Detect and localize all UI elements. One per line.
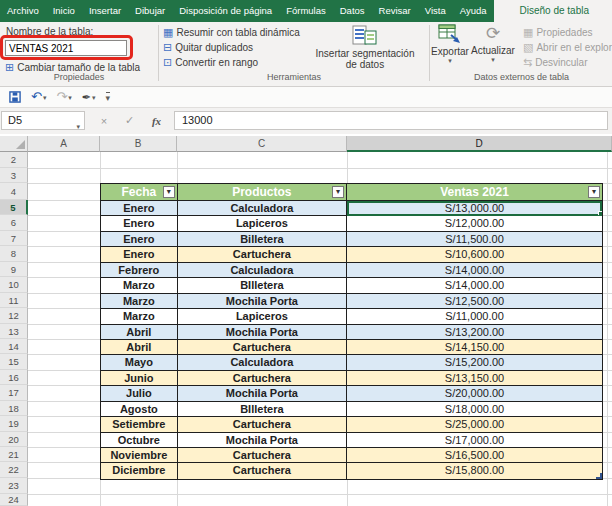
row-header-24[interactable]: 24 (0, 494, 28, 506)
customize-qat-button[interactable]: ▾ (103, 92, 114, 103)
cell-producto[interactable]: Cartuchera (178, 417, 347, 432)
selection-fill-handle[interactable] (598, 211, 602, 216)
redo-button[interactable]: ↷ ▾ (53, 90, 74, 104)
cell-producto[interactable]: Cartuchera (178, 371, 347, 386)
table-header-ventas-2021[interactable]: Ventas 2021▾ (347, 184, 602, 200)
tab-revisar[interactable]: Revisar (372, 0, 418, 22)
cell-ventas[interactable]: S/18,000.00 (347, 402, 602, 417)
tab-dibujar[interactable]: Dibujar (128, 0, 172, 22)
cell-producto[interactable]: Lapiceros (178, 216, 347, 231)
undo-button[interactable]: ↶ ▾ (28, 90, 49, 104)
tab-datos[interactable]: Datos (333, 0, 372, 22)
cell-producto[interactable]: Cartuchera (178, 448, 347, 463)
filter-button-fecha[interactable]: ▾ (163, 186, 175, 198)
cell-ventas[interactable]: S/12,000.00 (347, 216, 602, 231)
tab-inicio[interactable]: Inicio (46, 0, 82, 22)
cell-producto[interactable]: Cartuchera (178, 340, 347, 355)
tools-button-quitar-duplicados[interactable]: ⊟Quitar duplicados (163, 40, 253, 54)
row-header-23[interactable]: 23 (0, 478, 28, 494)
filter-button-ventas-2021[interactable]: ▾ (588, 186, 600, 198)
cell-fecha[interactable]: Mayo (101, 355, 178, 370)
cell-ventas[interactable]: S/20,000.00 (347, 386, 602, 401)
cell-fecha[interactable]: Abril (101, 340, 178, 355)
tab-diseño-de-tabla[interactable]: Diseño de tabla (494, 0, 612, 22)
tab-archivo[interactable]: Archivo (0, 0, 46, 22)
cell-producto[interactable]: Billetera (178, 232, 347, 247)
save-button[interactable] (6, 91, 24, 103)
table-resize-handle[interactable] (596, 473, 602, 479)
row-header-20[interactable]: 20 (0, 432, 28, 447)
cell-ventas-selected[interactable]: S/13,000.00 (347, 201, 602, 216)
cell-fecha[interactable]: Marzo (101, 294, 178, 309)
cell-ventas[interactable]: S/16,500.00 (347, 448, 602, 463)
cell-ventas[interactable]: S/12,500.00 (347, 294, 602, 309)
table-name-input[interactable] (5, 40, 127, 56)
cell-fecha[interactable]: Enero (101, 216, 178, 231)
cell-producto[interactable]: Lapiceros (178, 309, 347, 324)
cell-ventas[interactable]: S/15,800.00 (347, 463, 602, 478)
row-header-5[interactable]: 5 (0, 200, 28, 215)
tab-disposición-de-página[interactable]: Disposición de página (172, 0, 279, 22)
cell-fecha[interactable]: Octubre (101, 433, 178, 448)
cell-producto[interactable]: Calculadora (178, 201, 347, 216)
name-box[interactable]: D5 ▾ (1, 111, 85, 130)
cell-fecha[interactable]: Agosto (101, 402, 178, 417)
cell-fecha[interactable]: Enero (101, 247, 178, 262)
cell-producto[interactable]: Calculadora (178, 355, 347, 370)
cancel-button[interactable]: × (101, 115, 107, 127)
cell-producto[interactable]: Cartuchera (178, 247, 347, 262)
cell-fecha[interactable]: Junio (101, 371, 178, 386)
cell-ventas[interactable]: S/13,150.00 (347, 371, 602, 386)
row-header-3[interactable]: 3 (0, 168, 28, 183)
row-header-18[interactable]: 18 (0, 401, 28, 416)
cell-fecha[interactable]: Marzo (101, 278, 178, 293)
cell-ventas[interactable]: S/15,200.00 (347, 355, 602, 370)
row-header-21[interactable]: 21 (0, 447, 28, 462)
row-header-16[interactable]: 16 (0, 370, 28, 385)
cell-fecha[interactable]: Diciembre (101, 463, 178, 478)
row-header-14[interactable]: 14 (0, 339, 28, 354)
insert-slicer-button[interactable]: Insertar segmentación de datos (302, 24, 428, 70)
row-header-9[interactable]: 9 (0, 262, 28, 277)
column-header-d[interactable]: D (347, 136, 612, 152)
insert-function-button[interactable]: fx (152, 115, 161, 127)
cell-producto[interactable]: Mochila Porta (178, 325, 347, 340)
formula-input[interactable]: 13000 (174, 111, 608, 130)
name-box-dropdown-icon[interactable]: ▾ (76, 118, 80, 135)
row-header-10[interactable]: 10 (0, 277, 28, 292)
row-header-7[interactable]: 7 (0, 231, 28, 246)
tab-vista[interactable]: Vista (418, 0, 453, 22)
row-header-12[interactable]: 12 (0, 308, 28, 323)
row-header-19[interactable]: 19 (0, 416, 28, 431)
cell-producto[interactable]: Mochila Porta (178, 294, 347, 309)
enter-button[interactable]: ✓ (125, 114, 134, 127)
cell-producto[interactable]: BIlletera (178, 278, 347, 293)
cell-fecha[interactable]: Enero (101, 201, 178, 216)
table-header-fecha[interactable]: Fecha▾ (101, 184, 178, 200)
cell-fecha[interactable]: Enero (101, 232, 178, 247)
cell-ventas[interactable]: S/14,150.00 (347, 340, 602, 355)
tools-button-resumir-con-tabla-dinámica[interactable]: ▦Resumir con tabla dinámica (163, 25, 300, 39)
refresh-button[interactable]: ⟳ Actualizar ▾ (471, 24, 515, 63)
row-header-4[interactable]: 4 (0, 183, 28, 200)
cell-ventas[interactable]: S/14,000.00 (347, 278, 602, 293)
tab-insertar[interactable]: Insertar (82, 0, 128, 22)
row-header-22[interactable]: 22 (0, 462, 28, 477)
tools-button-convertir-en-rango[interactable]: ⊡Convertir en rango (163, 55, 258, 69)
column-header-b[interactable]: B (100, 136, 177, 152)
cell-fecha[interactable]: Febrero (101, 263, 178, 278)
row-header-8[interactable]: 8 (0, 246, 28, 261)
tab-ayuda[interactable]: Ayuda (453, 0, 494, 22)
cell-producto[interactable]: Calculadora (178, 263, 347, 278)
cell-ventas[interactable]: S/13,200.00 (347, 325, 602, 340)
row-header-15[interactable]: 15 (0, 354, 28, 369)
tab-fórmulas[interactable]: Fórmulas (279, 0, 333, 22)
row-header-17[interactable]: 17 (0, 385, 28, 400)
column-header-a[interactable]: A (28, 136, 100, 152)
cell-ventas[interactable]: S/10,600.00 (347, 247, 602, 262)
cell-ventas[interactable]: S/11,000.00 (347, 309, 602, 324)
cell-fecha[interactable]: Abril (101, 325, 178, 340)
row-header-11[interactable]: 11 (0, 293, 28, 308)
filter-button-productos[interactable]: ▾ (332, 186, 344, 198)
column-header-c[interactable]: C (177, 136, 347, 152)
